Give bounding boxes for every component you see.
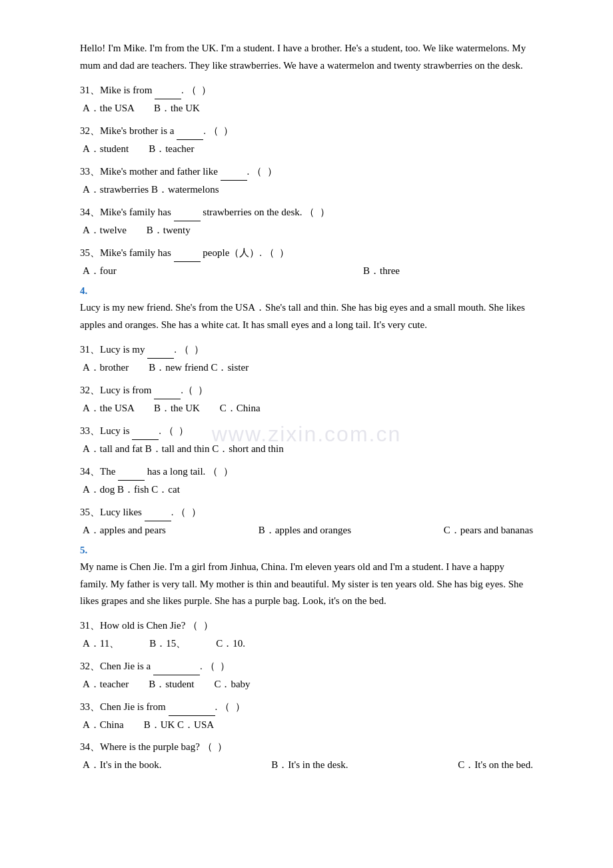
options-line: A．It's in the book. B．It's in the desk. … bbox=[80, 756, 533, 774]
options-line: A．twelve B．twenty bbox=[80, 221, 533, 239]
options-line: A．China B．UK C．USA bbox=[80, 716, 533, 734]
options-line: A．tall and fat B．tall and thin C．short a… bbox=[80, 440, 533, 458]
passage-2: Lucy is my new friend. She's from the US… bbox=[80, 299, 533, 333]
question-text: 33、Lucy is . （ ） bbox=[80, 421, 533, 440]
blank bbox=[132, 421, 159, 440]
passage-1: Hello! I'm Mike. I'm from the UK. I'm a … bbox=[80, 40, 533, 74]
question-31-1: 31、Mike is from . （ ） A．the USA B．the UK bbox=[80, 81, 533, 117]
options-line: A．brother B．new friend C．sister bbox=[80, 359, 533, 377]
options-line: A．the USA B．the UK C．China bbox=[80, 399, 533, 417]
question-33-3: 33、Chen Jie is from . （ ） A．China B．UK C… bbox=[80, 697, 533, 734]
option-c: C．pears and bananas bbox=[444, 521, 533, 539]
question-text: 31、How old is Chen Jie? （ ） bbox=[80, 617, 533, 635]
options-line: A．dog B．fish C．cat bbox=[80, 481, 533, 499]
question-text: 34、Mike's family has strawberries on the… bbox=[80, 203, 533, 221]
blank bbox=[153, 657, 200, 675]
section-number-5: 5. bbox=[80, 545, 533, 556]
blank bbox=[177, 121, 203, 140]
option-a: A．four bbox=[83, 262, 117, 280]
option-b: B．three bbox=[363, 262, 533, 280]
question-34-2: 34、The has a long tail. （ ） A．dog B．fish… bbox=[80, 462, 533, 499]
question-31-2: 31、Lucy is my . （ ） A．brother B．new frie… bbox=[80, 340, 533, 377]
blank bbox=[145, 503, 171, 521]
options-line: A．the USA B．the UK bbox=[80, 99, 533, 117]
question-35-1: 35、Mike's family has people（人）. （ ） A．fo… bbox=[80, 243, 533, 280]
options-line: A．11、 B．15、 C．10. bbox=[80, 635, 533, 653]
blank bbox=[169, 697, 215, 716]
option-b: B．apples and oranges bbox=[259, 521, 351, 539]
question-31-3: 31、How old is Chen Jie? （ ） A．11、 B．15、 … bbox=[80, 617, 533, 653]
options-line: A．teacher B．student C．baby bbox=[80, 675, 533, 693]
option-a: A．apples and pears bbox=[83, 521, 166, 539]
option-a: A．It's in the book. bbox=[83, 756, 162, 774]
question-34-1: 34、Mike's family has strawberries on the… bbox=[80, 203, 533, 239]
option-c: C．It's on the bed. bbox=[458, 756, 533, 774]
options-line: A．apples and pears B．apples and oranges … bbox=[80, 521, 533, 539]
blank bbox=[147, 340, 174, 359]
options-line: A．four B．three bbox=[80, 262, 533, 280]
question-32-3: 32、Chen Jie is a . （ ） A．teacher B．stude… bbox=[80, 657, 533, 693]
section-3: My name is Chen Jie. I'm a girl from Jin… bbox=[80, 559, 533, 774]
question-35-2: 35、Lucy likes . （ ） A．apples and pears B… bbox=[80, 503, 533, 539]
question-text: 35、Lucy likes . （ ） bbox=[80, 503, 533, 521]
passage-3: My name is Chen Jie. I'm a girl from Jin… bbox=[80, 559, 533, 610]
options-line: A．student B．teacher bbox=[80, 140, 533, 158]
blank bbox=[154, 381, 181, 399]
question-32-2: 32、Lucy is from .（ ） A．the USA B．the UK … bbox=[80, 381, 533, 417]
question-text: 31、Mike is from . （ ） bbox=[80, 81, 533, 99]
question-text: 35、Mike's family has people（人）. （ ） bbox=[80, 243, 533, 262]
question-text: 32、Mike's brother is a . （ ） bbox=[80, 121, 533, 140]
blank bbox=[174, 243, 201, 262]
option-b: B．It's in the desk. bbox=[271, 756, 348, 774]
question-text: 34、Where is the purple bag? （ ） bbox=[80, 738, 533, 756]
blank bbox=[221, 162, 247, 181]
question-text: 32、Lucy is from .（ ） bbox=[80, 381, 533, 399]
question-33-1: 33、Mike's mother and father like . （ ） A… bbox=[80, 162, 533, 199]
question-text: 33、Mike's mother and father like . （ ） bbox=[80, 162, 533, 181]
blank bbox=[155, 81, 181, 99]
section-2: Lucy is my new friend. She's from the US… bbox=[80, 299, 533, 539]
section-1: Hello! I'm Mike. I'm from the UK. I'm a … bbox=[80, 40, 533, 280]
question-text: 31、Lucy is my . （ ） bbox=[80, 340, 533, 359]
question-text: 32、Chen Jie is a . （ ） bbox=[80, 657, 533, 675]
question-text: 33、Chen Jie is from . （ ） bbox=[80, 697, 533, 716]
question-34-3: 34、Where is the purple bag? （ ） A．It's i… bbox=[80, 738, 533, 774]
section-number-4: 4. bbox=[80, 285, 533, 297]
blank bbox=[174, 203, 201, 221]
question-text: 34、The has a long tail. （ ） bbox=[80, 462, 533, 481]
options-line: A．strawberries B．watermelons bbox=[80, 181, 533, 199]
question-33-2: 33、Lucy is . （ ） A．tall and fat B．tall a… bbox=[80, 421, 533, 458]
blank bbox=[118, 462, 145, 481]
question-32-1: 32、Mike's brother is a . （ ） A．student B… bbox=[80, 121, 533, 158]
